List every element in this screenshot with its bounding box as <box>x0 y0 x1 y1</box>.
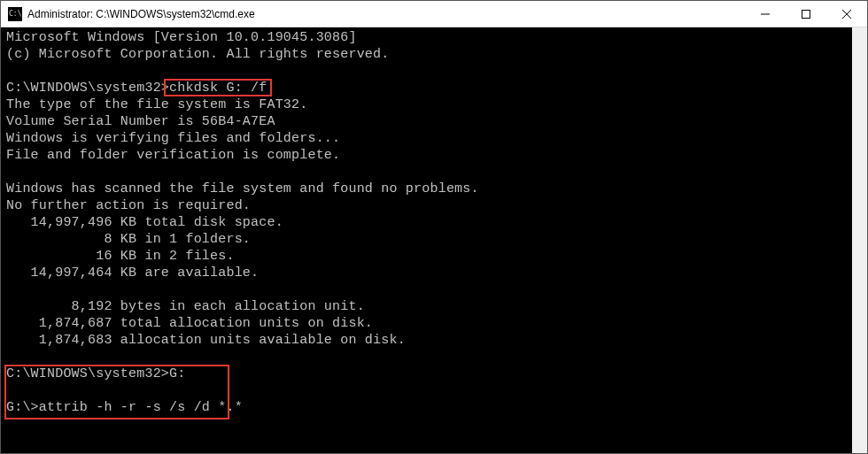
vertical-scrollbar[interactable] <box>852 27 867 453</box>
terminal-line <box>6 382 852 399</box>
terminal-line: C:\WINDOWS\system32>G: <box>6 366 852 382</box>
terminal-line <box>6 416 852 433</box>
titlebar[interactable]: Administrator: C:\WINDOWS\system32\cmd.e… <box>1 1 867 27</box>
terminal-line: The type of the file system is FAT32. <box>6 96 852 113</box>
terminal-line: 14,997,496 KB total disk space. <box>6 214 852 231</box>
cmd-window: Administrator: C:\WINDOWS\system32\cmd.e… <box>0 0 868 454</box>
terminal-line: C:\WINDOWS\system32>chkdsk G: /f <box>6 80 852 96</box>
terminal-line: 1,874,683 allocation units available on … <box>6 332 852 349</box>
terminal-line: 14,997,464 KB are available. <box>6 265 852 281</box>
minimize-button[interactable] <box>745 1 786 27</box>
terminal-line <box>6 349 852 366</box>
terminal-line: File and folder verification is complete… <box>6 147 852 164</box>
window-controls <box>745 1 867 27</box>
terminal-line: (c) Microsoft Corporation. All rights re… <box>6 46 852 63</box>
terminal-line: Volume Serial Number is 56B4-A7EA <box>6 113 852 130</box>
terminal-line: 8 KB in 1 folders. <box>6 231 852 248</box>
terminal-line <box>6 281 852 298</box>
terminal-line: 8,192 bytes in each allocation unit. <box>6 298 852 315</box>
close-button[interactable] <box>826 1 867 27</box>
svg-rect-1 <box>802 10 810 18</box>
terminal-line: Windows is verifying files and folders..… <box>6 130 852 147</box>
terminal-line: G:\>attrib -h -r -s /s /d *.* <box>6 399 852 416</box>
window-title: Administrator: C:\WINDOWS\system32\cmd.e… <box>27 1 745 27</box>
terminal-line: Windows has scanned the file system and … <box>6 181 852 197</box>
terminal-line <box>6 164 852 181</box>
maximize-button[interactable] <box>786 1 826 27</box>
terminal-line: No further action is required. <box>6 197 852 214</box>
terminal-line: 1,874,687 total allocation units on disk… <box>6 315 852 332</box>
cmd-icon <box>8 7 22 21</box>
terminal-line: 16 KB in 2 files. <box>6 248 852 265</box>
terminal-line: Microsoft Windows [Version 10.0.19045.30… <box>6 29 852 46</box>
terminal-output[interactable]: Microsoft Windows [Version 10.0.19045.30… <box>1 27 852 453</box>
terminal-line <box>6 63 852 80</box>
